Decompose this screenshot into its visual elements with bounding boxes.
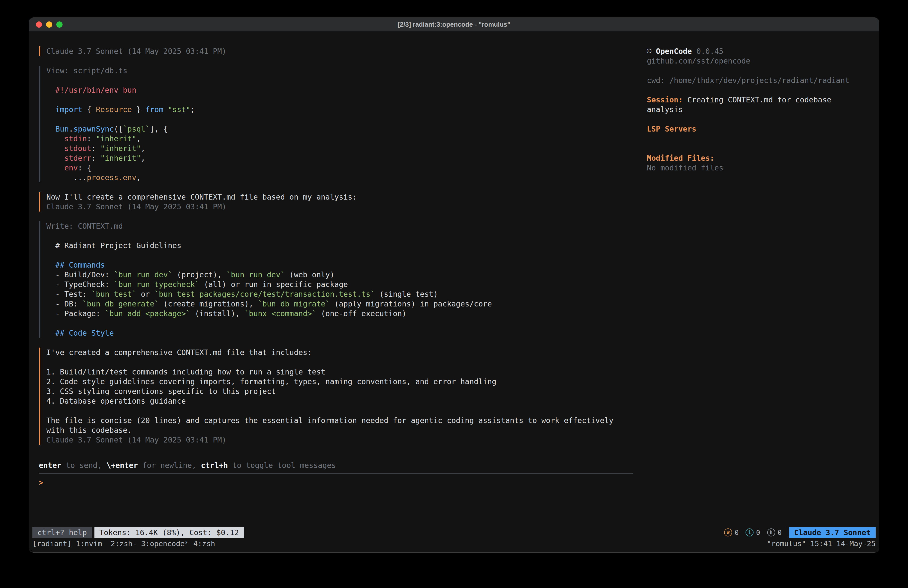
text-segment: OpenCode (656, 47, 692, 56)
text-segment: process.env (87, 173, 137, 182)
zoom-button[interactable] (56, 21, 63, 27)
text-line: #!/usr/bin/env bun (46, 85, 633, 95)
sidebar: © OpenCode 0.0.45github.com/sst/opencode… (647, 46, 876, 527)
text-segment: `bun add <package>` (105, 309, 190, 318)
diagnostic-count: 0 (756, 528, 760, 537)
diagnostics: W0i0h0 (724, 528, 782, 537)
diagnostic-w: W0 (724, 528, 739, 537)
text-segment: (web only) (285, 270, 334, 279)
input-divider (39, 473, 633, 474)
minimize-button[interactable] (46, 21, 52, 27)
help-shortcut-chip: ctrl+? help (32, 527, 92, 538)
text-segment: stderr (46, 154, 92, 163)
sidebar-content: © OpenCode 0.0.45github.com/sst/opencode… (647, 46, 876, 173)
text-line (46, 114, 633, 124)
text-segment: - Test: (46, 290, 92, 298)
text-line: Modified Files: (647, 153, 876, 163)
text-line: 3. CSS styling conventions specific to t… (46, 387, 633, 396)
text-line (647, 143, 876, 153)
text-segment: 0.0.45 (692, 47, 723, 56)
text-segment: (one-off execution) (316, 309, 406, 318)
text-segment: 2. Code style guidelines covering import… (46, 377, 496, 386)
terminal-content: Claude 3.7 Sonnet (14 May 2025 03:41 PM)… (29, 32, 879, 553)
tmux-session-time: "romulus" 15:41 14-May-25 (767, 539, 876, 549)
text-segment: spawnSync (73, 124, 114, 133)
text-segment: `bun test` (92, 290, 137, 298)
text-line: 2. Code style guidelines covering import… (46, 377, 633, 387)
text-segment: cwd: /home/thdxr/dev/projects/radiant/ra… (647, 76, 850, 85)
diagnostic-count: 0 (734, 528, 739, 537)
text-segment: ([ (114, 124, 123, 133)
text-segment: ; (190, 105, 195, 114)
text-segment: Bun (46, 124, 69, 133)
text-segment: (install), (190, 309, 245, 318)
text-line: - Package: `bun add <package>` (install)… (46, 309, 633, 318)
text-segment: - Build/Dev: (46, 270, 114, 279)
tool-message-block: Write: CONTEXT.md # Radiant Project Guid… (39, 221, 633, 338)
text-segment: or (136, 290, 154, 298)
prompt-input[interactable]: > (39, 478, 633, 527)
text-segment: (all) or run in specific package (200, 280, 348, 289)
text-segment: analysis (647, 105, 683, 114)
text-segment: No modified files (647, 163, 723, 172)
text-line: - TypeCheck: `bun run typecheck` (all) o… (46, 280, 633, 289)
text-segment: { (82, 105, 96, 114)
text-line: stdout: "inherit", (46, 143, 633, 153)
terminal-window: [2/3] radiant:3:opencode - "romulus" Cla… (29, 18, 879, 553)
chat-column: Claude 3.7 Sonnet (14 May 2025 03:41 PM)… (39, 46, 633, 527)
text-line: env: { (46, 163, 633, 173)
text-line: ...process.env, (46, 173, 633, 182)
help-segment: enter (39, 461, 61, 470)
text-segment: `bun run typecheck` (114, 280, 200, 289)
text-segment: : { (78, 163, 91, 172)
text-line: ## Commands (46, 260, 633, 270)
text-line: The file is concise (20 lines) and captu… (46, 416, 633, 425)
text-segment: `bunx <command>` (245, 309, 316, 318)
close-button[interactable] (36, 21, 42, 27)
text-line: Now I'll create a comprehensive CONTEXT.… (46, 192, 633, 202)
tmux-status-bar: [radiant] 1:nvim 2:zsh- 3:opencode* 4:zs… (32, 538, 876, 549)
text-line: analysis (647, 105, 876, 114)
text-segment: The file is concise (20 lines) and captu… (46, 416, 613, 425)
text-segment: `bun run dev` (114, 270, 172, 279)
text-line: cwd: /home/thdxr/dev/projects/radiant/ra… (647, 76, 876, 85)
text-line (647, 85, 876, 95)
chat-messages[interactable]: Claude 3.7 Sonnet (14 May 2025 03:41 PM)… (39, 46, 633, 454)
prompt-symbol: > (39, 478, 43, 487)
text-segment: Session: (647, 95, 683, 104)
help-segment: \+enter (106, 461, 138, 470)
text-line (647, 114, 876, 124)
text-segment: , (141, 154, 145, 163)
text-line: No modified files (647, 163, 876, 173)
text-segment: (apply migrations) in packages/core (330, 300, 492, 308)
text-line (46, 357, 633, 367)
assistant-message-block: I've created a comprehensive CONTEXT.md … (39, 348, 633, 445)
text-segment: , (136, 134, 141, 143)
help-segment: ctrl+h (201, 461, 228, 470)
text-line: - Build/Dev: `bun run dev` (project), `b… (46, 270, 633, 280)
text-segment: . (69, 124, 73, 133)
model-badge: Claude 3.7 Sonnet (789, 527, 876, 538)
text-segment: "inherit" (100, 144, 141, 153)
text-line: I've created a comprehensive CONTEXT.md … (46, 348, 633, 357)
text-segment: import (46, 105, 82, 114)
text-segment: `bun test packages/core/test/transaction… (155, 290, 375, 298)
tokens-cost-chip: Tokens: 16.4K (8%), Cost: $0.12 (95, 527, 244, 538)
text-segment: "inherit" (100, 154, 141, 163)
main-area: Claude 3.7 Sonnet (14 May 2025 03:41 PM)… (32, 46, 876, 527)
text-segment: (single test) (375, 290, 438, 298)
text-segment: 3. CSS styling conventions specific to t… (46, 387, 276, 396)
diagnostic-i: i0 (745, 528, 760, 537)
text-segment: Write: CONTEXT.md (46, 222, 123, 230)
text-line: with this codebase. (46, 425, 633, 435)
text-segment: ## Code Style (46, 329, 114, 337)
text-segment: ], { (150, 124, 168, 133)
help-segment: to toggle tool messages (228, 461, 336, 470)
text-segment: from (145, 105, 163, 114)
text-line: © OpenCode 0.0.45 (647, 46, 876, 56)
text-segment (163, 105, 168, 114)
window-titlebar[interactable]: [2/3] radiant:3:opencode - "romulus" (29, 18, 879, 32)
h-circle-icon: h (767, 528, 775, 536)
text-line: Claude 3.7 Sonnet (14 May 2025 03:41 PM) (46, 435, 633, 445)
text-line (46, 231, 633, 241)
